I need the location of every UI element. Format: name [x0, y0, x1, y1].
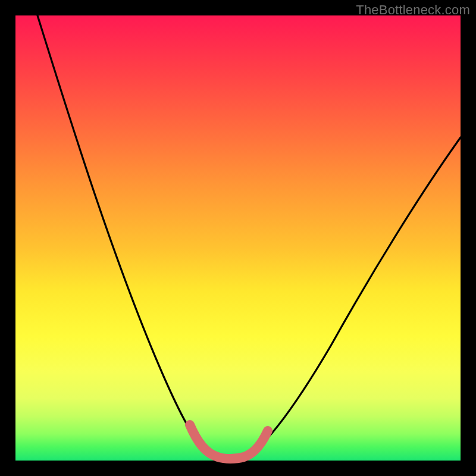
bottleneck-marker [190, 425, 268, 459]
bottleneck-curve [37, 15, 461, 458]
chart-svg [15, 15, 461, 461]
chart-frame: TheBottleneck.com [0, 0, 476, 476]
watermark-text: TheBottleneck.com [356, 2, 470, 18]
